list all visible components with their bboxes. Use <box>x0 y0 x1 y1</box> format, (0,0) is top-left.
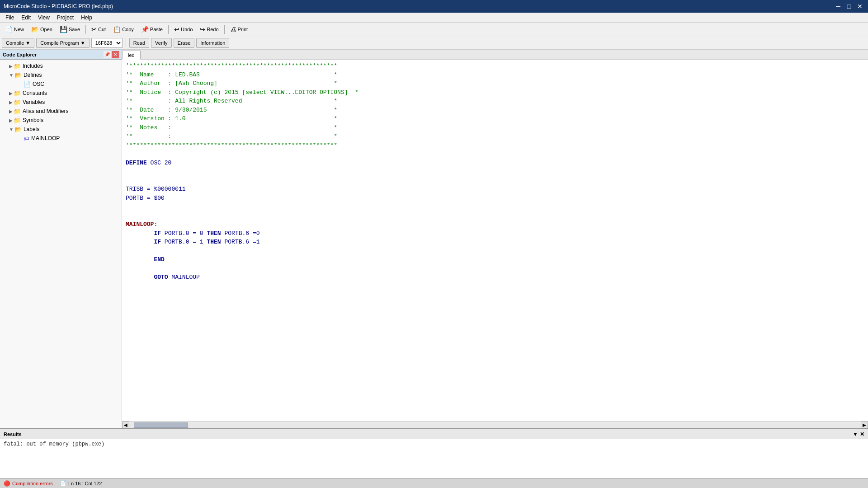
copy-label: Copy <box>122 27 134 32</box>
information-button[interactable]: Information <box>196 38 229 48</box>
title-bar-left: MicroCode Studio - PICBASIC PRO (led.pbp… <box>4 3 113 9</box>
undo-button[interactable]: ↩ Undo <box>171 24 196 35</box>
variables-arrow: ▶ <box>9 100 13 105</box>
compile-program-label: Compile Program <box>40 40 79 46</box>
osc-label: OSC <box>33 81 44 87</box>
title-bar: MicroCode Studio - PICBASIC PRO (led.pbp… <box>0 0 868 13</box>
menu-edit[interactable]: Edit <box>18 14 34 22</box>
menu-help[interactable]: Help <box>77 14 96 22</box>
explorer-pin-button[interactable]: 📌 <box>104 51 111 58</box>
paste-icon: 📌 <box>141 26 149 33</box>
read-button[interactable]: Read <box>129 38 149 48</box>
status-error-item: 🔴 Compilation errors <box>4 480 53 487</box>
scroll-track[interactable] <box>129 422 861 428</box>
toolbar-separator-1 <box>85 25 86 34</box>
print-button[interactable]: 🖨 Print <box>227 24 251 35</box>
tree-item-constants[interactable]: ▶ 📁 Constants <box>2 89 120 98</box>
results-header-controls: ▼ ✕ <box>853 431 864 437</box>
horizontal-scrollbar[interactable]: ◀ ▶ <box>122 421 868 428</box>
redo-button[interactable]: ↪ Redo <box>197 24 222 35</box>
results-dropdown[interactable]: ▼ <box>853 431 858 437</box>
tree-item-symbols[interactable]: ▶ 📁 Symbols <box>2 116 120 125</box>
results-content: fatal: out of memory (pbpw.exe) <box>0 439 868 478</box>
maximize-button[interactable]: □ <box>844 2 854 11</box>
erase-button[interactable]: Erase <box>174 38 195 48</box>
cut-button[interactable]: ✂ Cut <box>88 24 109 35</box>
status-bar: 🔴 Compilation errors 📄 Ln 16 : Col 122 <box>0 478 868 488</box>
menu-view[interactable]: View <box>34 14 53 22</box>
constants-label: Constants <box>23 90 47 96</box>
tree-item-osc[interactable]: 📄 OSC <box>2 80 120 89</box>
scroll-thumb[interactable] <box>134 422 188 428</box>
undo-label: Undo <box>181 27 193 32</box>
defines-arrow: ▼ <box>9 73 14 78</box>
alias-label: Alias and Modifiers <box>23 108 68 114</box>
compile-separator-1 <box>126 38 126 47</box>
results-title: Results <box>4 432 22 437</box>
copy-button[interactable]: 📋 Copy <box>110 24 137 35</box>
chip-select[interactable]: 16F628 16F84A 16F877 <box>91 38 123 48</box>
code-explorer: Code Explorer 📌 ✕ ▶ 📁 Includes ▼ 📂 Defin… <box>0 50 122 428</box>
compile-program-dropdown-arrow: ▼ <box>80 40 85 46</box>
erase-label: Erase <box>178 40 191 46</box>
save-label: Save <box>69 27 80 32</box>
cut-icon: ✂ <box>91 26 97 33</box>
open-button[interactable]: 📂 Open <box>28 24 56 35</box>
constants-arrow: ▶ <box>9 91 13 96</box>
title-bar-controls: ─ □ ✕ <box>834 2 864 11</box>
minimize-button[interactable]: ─ <box>834 2 843 11</box>
alias-arrow: ▶ <box>9 109 13 114</box>
editor-area: led '***********************************… <box>122 50 868 428</box>
defines-folder-icon: 📂 <box>14 72 22 79</box>
tree-item-mainloop[interactable]: 🏷 MAINLOOP <box>2 134 120 143</box>
alias-folder-icon: 📁 <box>14 108 21 115</box>
tree-item-variables[interactable]: ▶ 📁 Variables <box>2 98 120 107</box>
new-label: New <box>14 27 24 32</box>
tree-item-alias[interactable]: ▶ 📁 Alias and Modifiers <box>2 107 120 116</box>
paste-label: Paste <box>150 27 163 32</box>
explorer-title: Code Explorer <box>3 52 37 57</box>
scroll-left-arrow[interactable]: ◀ <box>122 422 129 429</box>
compile-program-button[interactable]: Compile Program ▼ <box>36 38 89 48</box>
tree-item-labels[interactable]: ▼ 📂 Labels <box>2 125 120 134</box>
variables-label: Variables <box>23 99 45 105</box>
compile-label: Compile <box>6 40 24 46</box>
read-label: Read <box>133 40 145 46</box>
labels-arrow: ▼ <box>9 127 14 132</box>
explorer-tree: ▶ 📁 Includes ▼ 📂 Defines 📄 OSC <box>0 60 122 428</box>
results-close-button[interactable]: ✕ <box>860 431 864 437</box>
error-label: Compilation errors <box>12 481 53 486</box>
compile-button[interactable]: Compile ▼ <box>2 38 34 48</box>
save-icon: 💾 <box>60 26 67 33</box>
labels-folder-icon: 📂 <box>14 126 22 133</box>
tree-item-includes[interactable]: ▶ 📁 Includes <box>2 61 120 70</box>
app-title: MicroCode Studio - PICBASIC PRO (led.pbp… <box>4 3 113 9</box>
menu-project[interactable]: Project <box>53 14 77 22</box>
tab-bar: led <box>122 50 868 60</box>
information-label: Information <box>200 40 225 46</box>
open-label: Open <box>40 27 52 32</box>
explorer-close-button[interactable]: ✕ <box>112 51 119 58</box>
menu-file[interactable]: File <box>2 14 18 22</box>
compile-dropdown-arrow: ▼ <box>25 40 30 46</box>
symbols-folder-icon: 📁 <box>14 117 21 124</box>
scroll-right-arrow[interactable]: ▶ <box>861 422 868 429</box>
new-button[interactable]: 📄 New <box>2 24 27 35</box>
symbols-label: Symbols <box>23 117 43 123</box>
includes-folder-icon: 📁 <box>14 63 21 70</box>
tree-item-defines[interactable]: ▼ 📂 Defines <box>2 70 120 80</box>
print-label: Print <box>238 27 248 32</box>
paste-button[interactable]: 📌 Paste <box>138 24 166 35</box>
save-button[interactable]: 💾 Save <box>57 24 83 35</box>
document-icon: 📄 <box>60 480 66 486</box>
cut-label: Cut <box>98 27 106 32</box>
toolbar: 📄 New 📂 Open 💾 Save ✂ Cut 📋 Copy 📌 Paste… <box>0 23 868 36</box>
code-editor[interactable]: '***************************************… <box>122 60 868 421</box>
verify-button[interactable]: Verify <box>151 38 172 48</box>
redo-icon: ↪ <box>200 26 205 33</box>
undo-icon: ↩ <box>174 26 179 33</box>
tab-led[interactable]: led <box>122 51 141 60</box>
close-button[interactable]: ✕ <box>855 2 864 11</box>
print-icon: 🖨 <box>230 26 236 33</box>
open-icon: 📂 <box>31 26 39 33</box>
